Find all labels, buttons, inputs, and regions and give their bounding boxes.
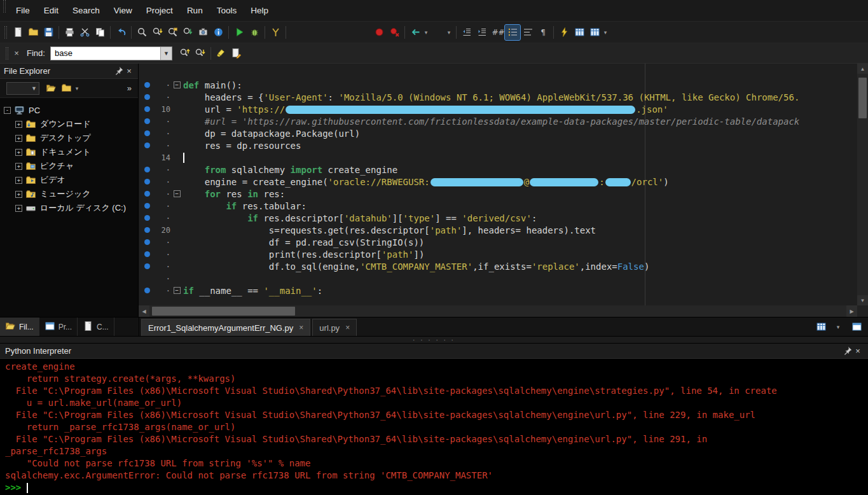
view-layout-icon[interactable] <box>587 25 602 40</box>
find-dropdown-icon[interactable]: ▼ <box>160 47 172 60</box>
breakpoint-dot[interactable] <box>139 130 155 136</box>
menu-tools[interactable]: Tools <box>210 0 244 21</box>
browse-back-icon[interactable] <box>408 25 423 40</box>
folder-options-icon[interactable] <box>59 81 74 96</box>
interpreter-prompt-line[interactable]: >>> <box>5 482 868 494</box>
menu-help[interactable]: Help <box>244 0 275 21</box>
open-file-icon[interactable] <box>25 25 41 40</box>
breakpoint-dot[interactable] <box>139 143 155 148</box>
breakpoint-dot[interactable] <box>139 227 155 233</box>
horizontal-scroll-thumb[interactable] <box>152 307 295 316</box>
browse-forward-icon[interactable] <box>431 25 446 40</box>
python-interpreter-output[interactable]: create_engine return strategy.create(*ar… <box>0 359 868 495</box>
tree-item[interactable]: +ダウンロード <box>4 117 138 131</box>
tree-expander-icon[interactable]: + <box>15 191 22 198</box>
info-icon[interactable] <box>210 25 226 40</box>
scroll-down-icon[interactable]: ▼ <box>857 295 868 305</box>
close-interpreter-icon[interactable]: × <box>853 346 863 356</box>
find-next-icon[interactable] <box>149 25 165 40</box>
breakpoint-dot[interactable] <box>139 251 155 257</box>
horizontal-splitter[interactable]: · · · · · · <box>0 336 868 344</box>
editor-views-icon[interactable] <box>813 319 829 335</box>
breakpoint-dot[interactable] <box>139 263 155 269</box>
close-tab-icon[interactable]: × <box>345 323 350 332</box>
scroll-up-icon[interactable]: ▲ <box>857 64 868 74</box>
code-folding-icon[interactable] <box>520 25 535 40</box>
breakpoint-dot[interactable] <box>139 191 155 197</box>
tree-item[interactable]: +ドキュメント <box>4 145 138 159</box>
tree-item[interactable]: -PC <box>4 103 138 117</box>
tree-expander-icon[interactable]: + <box>15 205 22 212</box>
find-input-value[interactable]: base <box>51 47 160 60</box>
close-panel-icon[interactable]: × <box>124 66 134 76</box>
external-run-icon[interactable] <box>268 25 283 40</box>
tree-item[interactable]: +デスクトップ <box>4 131 138 145</box>
editor-text-area[interactable]: ·−def main():· headers = {'User-Agent': … <box>139 64 868 305</box>
view-layout-icon-dropdown[interactable]: ▾ <box>602 29 609 36</box>
line-numbers-icon[interactable]: ## <box>490 25 505 40</box>
find-icon[interactable] <box>134 25 149 40</box>
editor-vertical-scrollbar[interactable]: ▲ ▼ <box>857 64 868 305</box>
special-characters-icon[interactable]: ¶ <box>535 25 551 40</box>
debug-icon[interactable] <box>247 25 262 40</box>
search-options-icon[interactable] <box>229 46 244 61</box>
breakpoint-dot[interactable] <box>139 203 155 209</box>
browse-forward-icon-dropdown[interactable]: ▾ <box>446 29 452 36</box>
tree-item[interactable]: +ビデオ <box>4 173 138 187</box>
syntax-check-icon[interactable] <box>556 25 572 40</box>
tree-item[interactable]: +ローカル ディスク (C:) <box>4 201 138 215</box>
pin-interpreter-icon[interactable] <box>843 346 853 356</box>
find-input[interactable]: base ▼ <box>50 46 172 60</box>
open-folder-icon[interactable] <box>43 81 59 96</box>
save-icon[interactable] <box>41 25 56 40</box>
tree-expander-icon[interactable]: - <box>4 107 11 114</box>
vertical-scroll-thumb[interactable] <box>858 78 867 118</box>
breakpoint-dot[interactable] <box>139 215 155 221</box>
path-dropdown[interactable]: ▼ <box>6 82 39 95</box>
fold-marker-icon[interactable]: − <box>170 81 183 88</box>
menu-search[interactable]: Search <box>65 0 107 21</box>
scroll-right-icon[interactable]: ▶ <box>846 305 857 317</box>
new-file-icon[interactable] <box>10 25 25 40</box>
close-tab-icon[interactable]: × <box>299 323 303 332</box>
editor-tab[interactable]: url.py× <box>312 319 357 336</box>
tree-expander-icon[interactable]: + <box>15 121 22 128</box>
breakpoint-dot[interactable] <box>139 179 155 185</box>
breakpoint-dot[interactable] <box>139 94 155 100</box>
breakpoint-dot[interactable] <box>139 167 155 172</box>
pin-panel-icon[interactable] <box>114 66 124 76</box>
insert-table-icon[interactable] <box>572 25 587 40</box>
menu-file[interactable]: File <box>9 0 37 21</box>
dedent-icon[interactable] <box>459 25 474 40</box>
breakpoint-dot[interactable] <box>139 118 155 124</box>
indent-icon[interactable] <box>474 25 490 40</box>
editor-horizontal-scrollbar[interactable]: ◀ ▶ <box>139 305 868 317</box>
menu-project[interactable]: Project <box>139 0 180 21</box>
find-in-files-icon[interactable] <box>165 25 180 40</box>
new-editor-window-icon[interactable] <box>849 319 864 335</box>
findbar-grip[interactable] <box>6 47 8 60</box>
breakpoint-dot[interactable] <box>139 239 155 245</box>
fold-marker-icon[interactable]: − <box>170 190 183 197</box>
run-icon[interactable] <box>231 25 247 40</box>
menubar-grip[interactable] <box>3 0 6 13</box>
find-next-icon[interactable] <box>193 46 208 61</box>
breakpoint-dot[interactable] <box>139 288 155 293</box>
scroll-left-icon[interactable]: ◀ <box>139 305 149 317</box>
tree-expander-icon[interactable]: + <box>15 149 22 156</box>
menu-run[interactable]: Run <box>180 0 210 21</box>
find-previous-icon[interactable] <box>177 46 193 61</box>
highlight-matches-icon[interactable] <box>214 46 229 61</box>
menu-edit[interactable]: Edit <box>37 0 65 21</box>
stop-macro-icon[interactable] <box>387 25 402 40</box>
browse-back-icon-dropdown[interactable]: ▾ <box>423 29 429 36</box>
panel-tab-1[interactable]: Fil... <box>0 317 39 336</box>
tree-item[interactable]: +ピクチャ <box>4 159 138 173</box>
editor-views-icon-dropdown[interactable]: ▾ <box>835 324 841 330</box>
panel-tab-3[interactable]: C... <box>78 317 114 336</box>
fold-marker-icon[interactable]: − <box>170 287 183 294</box>
toolbar-grip[interactable] <box>4 26 7 39</box>
print-icon[interactable] <box>62 25 77 40</box>
menu-view[interactable]: View <box>107 0 139 21</box>
breakpoint-dot[interactable] <box>139 106 155 112</box>
